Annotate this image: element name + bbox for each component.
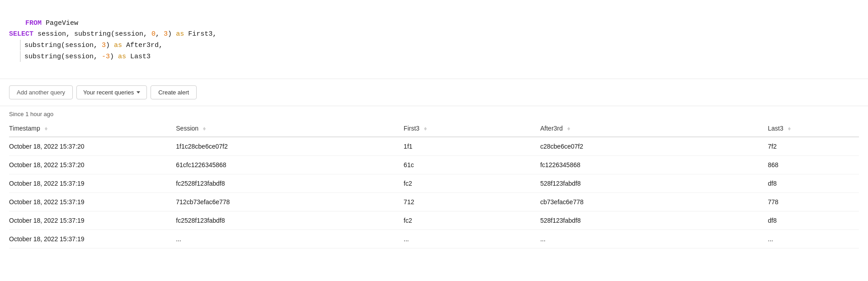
code-line4-fn: substring(session, xyxy=(24,53,102,61)
table-header: Timestamp Session First3 After3rd Last3 xyxy=(9,120,859,137)
since-label: Since 1 hour ago xyxy=(0,106,868,120)
code-line2-fn: session, substring(session, xyxy=(33,30,151,38)
cell-first3-3: 712 xyxy=(404,192,540,211)
keyword-from: FROM xyxy=(25,19,42,27)
cell-session-0: 1f1c28cbe6ce07f2 xyxy=(176,137,404,156)
sort-icon-timestamp xyxy=(44,126,48,131)
cell-last3-0: 7f2 xyxy=(768,137,859,156)
cell-timestamp-5: October 18, 2022 15:37:19 xyxy=(9,229,176,248)
sort-icon-session xyxy=(202,126,207,131)
cell-after3rd-4: 528f123fabdf8 xyxy=(540,211,768,229)
cell-last3-1: 868 xyxy=(768,155,859,174)
add-query-button[interactable]: Add another query xyxy=(9,85,73,99)
keyword-as-1: as xyxy=(176,30,184,38)
recent-queries-label: Your recent queries xyxy=(83,89,134,96)
cell-after3rd-3: cb73efac6e778 xyxy=(540,192,768,211)
cell-session-5: ... xyxy=(176,229,404,248)
col-header-timestamp[interactable]: Timestamp xyxy=(9,120,176,137)
sort-icon-after3rd xyxy=(566,126,571,131)
cell-last3-4: df8 xyxy=(768,211,859,229)
query-code: FROM PageView SELECT session, substring(… xyxy=(9,7,859,73)
code-sep: , xyxy=(156,30,164,38)
cell-last3-2: df8 xyxy=(768,174,859,192)
code-line1-rest: PageView xyxy=(42,19,78,27)
col-header-last3[interactable]: Last3 xyxy=(768,120,859,137)
cell-after3rd-0: c28cbe6ce07f2 xyxy=(540,137,768,156)
cell-last3-3: 778 xyxy=(768,192,859,211)
cell-timestamp-2: October 18, 2022 15:37:19 xyxy=(9,174,176,192)
cell-first3-0: 1f1 xyxy=(404,137,540,156)
table-body: October 18, 2022 15:37:201f1c28cbe6ce07f… xyxy=(9,137,859,248)
col-header-session[interactable]: Session xyxy=(176,120,404,137)
sort-icon-first3 xyxy=(423,126,428,131)
results-table: Timestamp Session First3 After3rd Last3 xyxy=(9,120,859,248)
table-row: October 18, 2022 15:37:19fc2528f123fabdf… xyxy=(9,211,859,229)
code-alias1: First3, xyxy=(184,30,217,38)
cell-after3rd-1: fc1226345868 xyxy=(540,155,768,174)
chevron-down-icon xyxy=(137,91,140,94)
recent-queries-button[interactable]: Your recent queries xyxy=(76,85,147,99)
table-row: October 18, 2022 15:37:19fc2528f123fabdf… xyxy=(9,174,859,192)
create-alert-button[interactable]: Create alert xyxy=(151,85,197,99)
cell-timestamp-3: October 18, 2022 15:37:19 xyxy=(9,192,176,211)
cell-session-3: 712cb73efac6e778 xyxy=(176,192,404,211)
results-table-wrapper: Timestamp Session First3 After3rd Last3 xyxy=(0,120,868,248)
code-line3-fn: substring(session, xyxy=(24,42,102,49)
cell-timestamp-0: October 18, 2022 15:37:20 xyxy=(9,137,176,156)
code-close3: ) xyxy=(106,42,114,49)
sort-icon-last3 xyxy=(787,126,792,131)
code-num4: -3 xyxy=(102,53,110,61)
cell-first3-2: fc2 xyxy=(404,174,540,192)
cell-timestamp-4: October 18, 2022 15:37:19 xyxy=(9,211,176,229)
code-alias4: Last3 xyxy=(126,53,151,61)
cell-first3-5: ... xyxy=(404,229,540,248)
table-row: October 18, 2022 15:37:201f1c28cbe6ce07f… xyxy=(9,137,859,156)
keyword-as-2: as xyxy=(114,42,122,49)
code-indent-3 xyxy=(9,52,20,62)
code-bar-3 xyxy=(20,51,21,62)
cell-first3-4: fc2 xyxy=(404,211,540,229)
query-toolbar: Add another query Your recent queries Cr… xyxy=(0,79,868,106)
code-editor: FROM PageView SELECT session, substring(… xyxy=(0,0,868,79)
cell-session-2: fc2528f123fabdf8 xyxy=(176,174,404,192)
code-num3: 3 xyxy=(102,42,106,49)
cell-timestamp-1: October 18, 2022 15:37:20 xyxy=(9,155,176,174)
code-num1: 0 xyxy=(151,30,156,38)
cell-after3rd-5: ... xyxy=(540,229,768,248)
code-bar-2 xyxy=(20,40,21,51)
col-header-after3rd[interactable]: After3rd xyxy=(540,120,768,137)
code-close4: ) xyxy=(110,53,118,61)
table-row: October 18, 2022 15:37:19712cb73efac6e77… xyxy=(9,192,859,211)
keyword-select: SELECT xyxy=(9,30,33,38)
col-header-first3[interactable]: First3 xyxy=(404,120,540,137)
cell-session-4: fc2528f123fabdf8 xyxy=(176,211,404,229)
code-alias3: After3rd, xyxy=(122,42,163,49)
table-row: October 18, 2022 15:37:2061cfc1226345868… xyxy=(9,155,859,174)
code-close1: ) xyxy=(168,30,176,38)
cell-last3-5: ... xyxy=(768,229,859,248)
cell-session-1: 61cfc1226345868 xyxy=(176,155,404,174)
code-indent-2 xyxy=(9,40,20,51)
keyword-as-3: as xyxy=(118,53,126,61)
cell-first3-1: 61c xyxy=(404,155,540,174)
cell-after3rd-2: 528f123fabdf8 xyxy=(540,174,768,192)
code-num2: 3 xyxy=(164,30,168,38)
table-row: October 18, 2022 15:37:19............ xyxy=(9,229,859,248)
